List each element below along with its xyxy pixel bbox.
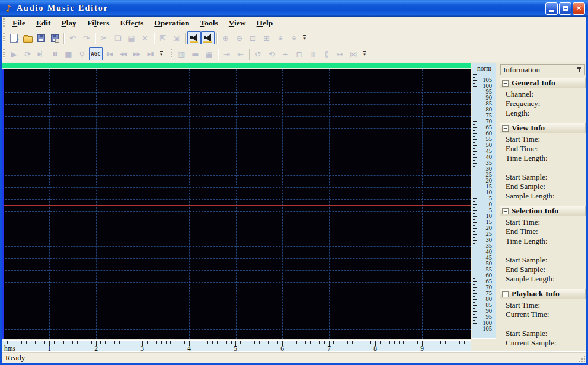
zoom-vertical-in-button[interactable]: ⊕: [273, 31, 287, 44]
nudge-left-button[interactable]: ⇤: [234, 47, 247, 60]
toolbar-gripper[interactable]: [171, 49, 172, 59]
open-file-button[interactable]: [21, 31, 34, 44]
go-to-end-button[interactable]: ▶▮: [143, 47, 157, 60]
collapse-button[interactable]: −: [502, 125, 509, 132]
status-bar: Ready: [2, 351, 586, 363]
pin-icon[interactable]: [577, 66, 582, 73]
collapse-button[interactable]: −: [502, 291, 509, 297]
menu-operation[interactable]: Operation: [149, 18, 194, 29]
rewind-button[interactable]: ◀◀: [116, 47, 130, 60]
play-button[interactable]: ▶: [7, 47, 21, 60]
minimize-button[interactable]: [545, 2, 558, 15]
delete-button[interactable]: ✕: [138, 31, 152, 44]
select-special-button[interactable]: ⇲: [170, 31, 183, 44]
play-icon: ▶: [11, 50, 17, 58]
general-info-header[interactable]: −General Info: [500, 78, 586, 88]
cut-button[interactable]: ✂: [97, 31, 111, 44]
stretch-horizontal-button[interactable]: ↔: [333, 47, 347, 60]
selection-info-header[interactable]: −Selection Info: [500, 206, 586, 216]
toolbar-overflow-button[interactable]: ▾: [158, 47, 165, 60]
maximize-button[interactable]: [559, 2, 571, 15]
right-channel-button[interactable]: [201, 31, 215, 44]
info-label: Start Sample:: [498, 329, 586, 338]
information-sections: −General InfoChannel:Frequency:Length:−V…: [498, 78, 586, 348]
view-info-header[interactable]: −View Info: [500, 123, 586, 133]
play-to-end-button[interactable]: ▶▏: [34, 47, 48, 60]
collapse-button[interactable]: −: [502, 80, 509, 87]
zoom-window-button[interactable]: ⊡: [246, 31, 260, 44]
scale-tick: [473, 323, 477, 324]
scale-tick: [473, 136, 475, 137]
zoom-vertical-out-icon: ⊖: [292, 36, 296, 41]
stripes-fine-button[interactable]: ▬: [188, 47, 202, 60]
menu-tools[interactable]: Tools: [195, 18, 223, 29]
copy-button[interactable]: ❏: [111, 31, 124, 44]
ruler-tick: [226, 341, 227, 344]
toolbar-overflow-button[interactable]: ▾: [361, 47, 368, 60]
agc-button[interactable]: AGC: [89, 47, 103, 60]
info-label: Frequency:: [498, 99, 586, 108]
menu-gripper[interactable]: [3, 18, 5, 28]
menu-file[interactable]: File: [7, 18, 31, 29]
undo-icon: ↶: [69, 34, 76, 42]
fade-in-button[interactable]: ⟪: [319, 47, 333, 60]
pinch-button[interactable]: ⋈: [347, 47, 360, 60]
left-channel-button[interactable]: [187, 31, 201, 44]
new-file-button[interactable]: ♪: [7, 31, 21, 44]
center-align-button[interactable]: ÷: [279, 47, 292, 60]
select-special-icon: ⇲: [173, 34, 180, 42]
nudge-right-button[interactable]: ⇥: [220, 47, 234, 60]
undo-button[interactable]: ↶: [66, 31, 79, 44]
ruler-tick: [166, 341, 167, 344]
scale-tick: [473, 204, 477, 205]
clamp-button[interactable]: ⊓: [292, 47, 306, 60]
ruler-tick: [455, 341, 455, 344]
paste-button[interactable]: ▤: [124, 31, 138, 44]
select-add-button[interactable]: ⇱: [156, 31, 170, 44]
menu-effects[interactable]: Effects: [115, 18, 149, 29]
pause-button[interactable]: ▮▮: [48, 47, 62, 60]
playback-cursor[interactable]: [2, 69, 4, 339]
menu-edit[interactable]: Edit: [31, 18, 56, 29]
window-title: Audio Music Editor: [17, 4, 108, 13]
record-button[interactable]: ⚲: [75, 47, 89, 60]
waveform-canvas[interactable]: [2, 69, 471, 339]
ruler-tick: [222, 341, 222, 344]
fast-forward-button[interactable]: ▶▶: [130, 47, 143, 60]
toolbar-gripper[interactable]: [3, 49, 5, 59]
grid-line-horizontal: [2, 329, 471, 330]
scale-tick: [473, 258, 477, 258]
rotate-loop-button[interactable]: ⟲: [265, 47, 279, 60]
resize-grip[interactable]: [578, 355, 585, 362]
menu-filters[interactable]: Filters: [82, 18, 115, 29]
close-button[interactable]: ✕: [573, 2, 585, 15]
collapse-button[interactable]: −: [502, 208, 509, 214]
stripes-dense-button[interactable]: ▥: [175, 47, 188, 60]
redo-button[interactable]: ↷: [79, 31, 93, 44]
playback-info-header[interactable]: −Playback Info: [500, 289, 586, 299]
menu-play[interactable]: Play: [56, 18, 82, 29]
zoom-vertical-out-button[interactable]: ⊖: [287, 31, 301, 44]
scale-tick: [473, 210, 477, 211]
overview-scroll-bar[interactable]: [2, 63, 471, 68]
save-file-button[interactable]: [34, 31, 48, 44]
save-as-button[interactable]: [48, 31, 62, 44]
toolbar-gripper[interactable]: [3, 33, 5, 43]
go-to-start-button[interactable]: ▮◀: [103, 47, 116, 60]
toolbar-overflow-button[interactable]: ▾: [301, 31, 308, 44]
play-loop-button[interactable]: ⟳: [21, 47, 34, 60]
zoom-out-button[interactable]: ⊖: [232, 31, 246, 44]
stop-button[interactable]: ■: [62, 47, 75, 60]
grid-line-horizontal: [2, 246, 471, 247]
zoom-selection-button[interactable]: ⊞: [260, 31, 273, 44]
menu-help[interactable]: Help: [251, 18, 279, 29]
barcode-button[interactable]: |||: [306, 47, 319, 60]
stripes-grid-button[interactable]: ▦: [202, 47, 216, 60]
zoom-in-button[interactable]: ⊕: [219, 31, 232, 44]
rotate-left-button[interactable]: ↺: [251, 47, 265, 60]
menu-view[interactable]: View: [223, 18, 251, 29]
speaker-cone: [206, 34, 211, 42]
menu-items: FileEditPlayFiltersEffectsOperationTools…: [7, 18, 278, 29]
scale-tick: [473, 293, 477, 294]
scale-tick: [473, 133, 477, 134]
